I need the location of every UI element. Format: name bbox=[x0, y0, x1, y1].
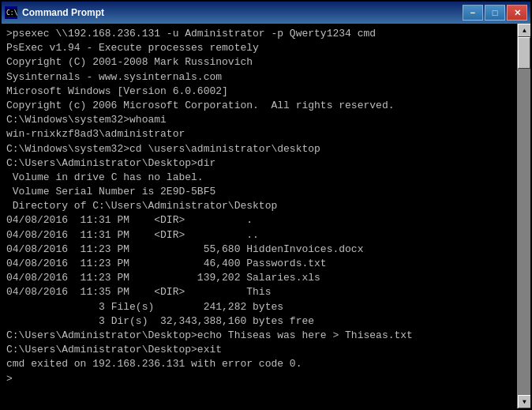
scroll-track bbox=[518, 37, 530, 395]
terminal-line: cmd exited on 192.168.236.131 with error… bbox=[6, 357, 512, 371]
terminal-line: Volume Serial Number is 2E9D-5BF5 bbox=[6, 185, 512, 199]
terminal-line: Copyright (c) 2006 Microsoft Corporation… bbox=[6, 99, 512, 113]
scroll-up-button[interactable]: ▲ bbox=[518, 24, 530, 37]
svg-text:C:\: C:\ bbox=[6, 9, 17, 17]
terminal-line: win-rnixkzf8ad3\administrator bbox=[6, 127, 512, 141]
terminal-line: Volume in drive C has no label. bbox=[6, 171, 512, 185]
terminal-line: 04/08/2016 11:31 PM <DIR> . bbox=[6, 213, 512, 228]
terminal-line: C:\Windows\system32>whoami bbox=[6, 113, 512, 127]
terminal-line: 04/08/2016 11:23 PM 55,680 HiddenInvoice… bbox=[6, 243, 512, 257]
terminal-line: C:\Windows\system32>cd \users\administra… bbox=[6, 142, 512, 156]
terminal-output[interactable]: >psexec \\192.168.236.131 -u Administrat… bbox=[2, 24, 517, 408]
terminal-line: PsExec v1.94 - Execute processes remotel… bbox=[6, 41, 512, 55]
terminal-line: C:\Users\Administrator\Desktop>echo This… bbox=[6, 329, 512, 343]
terminal-line: Copyright (C) 2001-2008 Mark Russinovich bbox=[6, 55, 512, 70]
terminal-line: 3 Dir(s) 32,343,388,160 bytes free bbox=[6, 314, 512, 329]
terminal-line: Microsoft Windows [Version 6.0.6002] bbox=[6, 85, 512, 99]
terminal-line: 04/08/2016 11:23 PM 46,400 Passwords.txt bbox=[6, 257, 512, 271]
terminal-line: C:\Users\Administrator\Desktop>exit bbox=[6, 343, 512, 357]
scroll-thumb[interactable] bbox=[518, 37, 530, 69]
cmd-icon: C:\ bbox=[5, 6, 17, 19]
command-prompt-window: C:\ Command Prompt − □ ✕ >psexec \\192.1… bbox=[0, 0, 532, 410]
terminal-line: Directory of C:\Users\Administrator\Desk… bbox=[6, 199, 512, 213]
terminal-line: 3 File(s) 241,282 bytes bbox=[6, 300, 512, 314]
close-button[interactable]: ✕ bbox=[507, 5, 527, 21]
terminal-line: Sysinternals - www.sysinternals.com bbox=[6, 70, 512, 85]
terminal-line: 04/08/2016 11:35 PM <DIR> This bbox=[6, 285, 512, 299]
window-title: Command Prompt bbox=[22, 7, 463, 18]
terminal-wrapper: >psexec \\192.168.236.131 -u Administrat… bbox=[2, 24, 530, 408]
scrollbar[interactable]: ▲ ▼ bbox=[517, 24, 530, 408]
minimize-button[interactable]: − bbox=[463, 5, 483, 21]
terminal-line: 04/08/2016 11:23 PM 139,202 Salaries.xls bbox=[6, 271, 512, 285]
terminal-line: > bbox=[6, 372, 512, 386]
scroll-down-button[interactable]: ▼ bbox=[518, 395, 530, 408]
window-controls: − □ ✕ bbox=[463, 5, 527, 21]
terminal-line: C:\Users\Administrator\Desktop>dir bbox=[6, 156, 512, 171]
maximize-button[interactable]: □ bbox=[485, 5, 505, 21]
title-bar: C:\ Command Prompt − □ ✕ bbox=[2, 2, 530, 24]
terminal-line: >psexec \\192.168.236.131 -u Administrat… bbox=[6, 27, 512, 41]
terminal-line: 04/08/2016 11:31 PM <DIR> .. bbox=[6, 228, 512, 243]
